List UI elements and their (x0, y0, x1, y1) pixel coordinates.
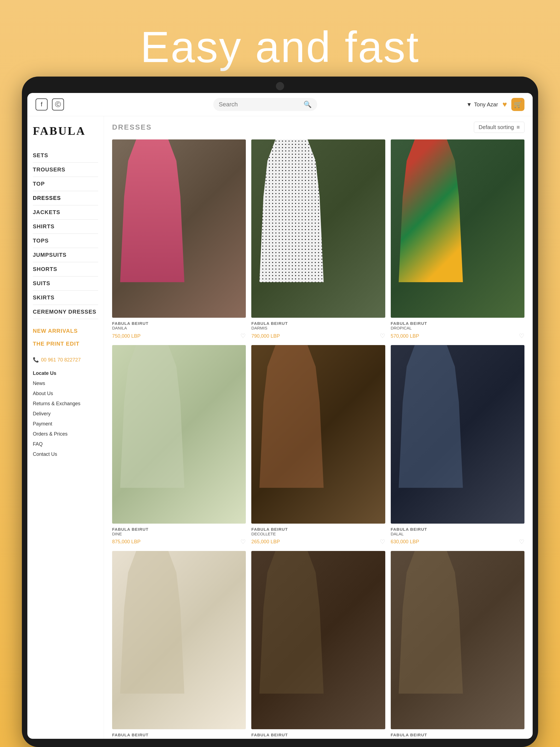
product-footer-darmis: 790,000 LBP ♡ (251, 333, 385, 340)
sidebar-link-locate[interactable]: Locate Us (33, 368, 98, 379)
product-brand-row3c: FABULA BEIRUT (391, 732, 525, 737)
tablet-screen: f Ⓒ 🔍 ▼ Tony Azar ♥ 🛒 FAB (27, 93, 533, 739)
sidebar-item-top[interactable]: TOP (33, 177, 98, 191)
sidebar-link-news[interactable]: News (33, 379, 98, 389)
product-name-darmis: DARMIS (251, 326, 385, 330)
category-title: DRESSES (112, 123, 152, 131)
product-price-decollete: 265,000 LBP (251, 539, 280, 545)
product-card-dine[interactable]: FABULA BEIRUT DINE 875,000 LBP ♡ (112, 345, 246, 545)
top-bar: f Ⓒ 🔍 ▼ Tony Azar ♥ 🛒 (27, 93, 533, 116)
products-area: DRESSES Default sorting ≡ FABULA BEIRUT … (104, 116, 533, 739)
sidebar-link-payment[interactable]: Payment (33, 419, 98, 429)
user-name: Tony Azar (474, 101, 498, 108)
sidebar-item-new-arrivals[interactable]: NEW ARRIVALS (33, 325, 98, 337)
cart-icon[interactable]: 🛒 (511, 98, 525, 111)
phone-icon: 📞 (33, 357, 39, 363)
sidebar-link-contact[interactable]: Contact Us (33, 449, 98, 459)
wishlist-danila[interactable]: ♡ (240, 333, 246, 340)
product-brand-row3a: FABULA BEIRUT (112, 732, 246, 737)
sidebar-link-about[interactable]: About Us (33, 389, 98, 398)
sidebar-item-jackets[interactable]: JACKETS (33, 205, 98, 220)
search-bar[interactable]: 🔍 (213, 98, 317, 111)
product-name-decollete: DECOLLETE (251, 532, 385, 536)
product-footer-dropical: 570,000 LBP ♡ (391, 333, 525, 340)
product-price-danila: 750,000 LBP (112, 333, 141, 339)
sidebar-item-shirts[interactable]: SHIRTS (33, 220, 98, 234)
main-content: FABULA SETS TROUSERS TOP DRESSES JACKETS… (27, 116, 533, 739)
product-brand-row3b: FABULA BEIRUT (251, 732, 385, 737)
tablet-frame: f Ⓒ 🔍 ▼ Tony Azar ♥ 🛒 FAB (22, 77, 538, 747)
product-price-darmis: 790,000 LBP (251, 333, 280, 339)
product-card-decollete[interactable]: FABULA BEIRUT DECOLLETE 265,000 LBP ♡ (251, 345, 385, 545)
sidebar-item-suits[interactable]: SUITS (33, 277, 98, 291)
sidebar-item-print-edit[interactable]: THE PRINT EDIT (33, 337, 98, 350)
wishlist-dropical[interactable]: ♡ (519, 333, 525, 340)
product-footer-dalal: 630,000 LBP ♡ (391, 538, 525, 545)
product-image-danila (112, 139, 246, 318)
wishlist-dalal[interactable]: ♡ (519, 538, 525, 545)
dropdown-arrow: ▼ (466, 101, 472, 108)
sidebar: FABULA SETS TROUSERS TOP DRESSES JACKETS… (27, 116, 104, 739)
wishlist-dine[interactable]: ♡ (240, 538, 246, 545)
sidebar-link-returns[interactable]: Returns & Exchanges (33, 398, 98, 409)
product-brand-dine: FABULA BEIRUT (112, 527, 246, 532)
wishlist-decollete[interactable]: ♡ (380, 538, 385, 545)
sidebar-phone[interactable]: 📞 00 961 70 822727 (33, 357, 98, 363)
product-grid: FABULA BEIRUT DANILA 750,000 LBP ♡ FABUL… (112, 139, 525, 739)
product-card-dropical[interactable]: FABULA BEIRUT DROPICAL 570,000 LBP ♡ (391, 139, 525, 340)
search-input[interactable] (219, 101, 301, 108)
product-price-dropical: 570,000 LBP (391, 333, 419, 339)
product-name-dine: DINE (112, 532, 246, 536)
product-brand-dropical: FABULA BEIRUT (391, 321, 525, 326)
sort-label: Default sorting (479, 124, 514, 130)
sidebar-item-shorts[interactable]: SHORTS (33, 262, 98, 277)
facebook-icon[interactable]: f (35, 98, 48, 110)
product-brand-dalal: FABULA BEIRUT (391, 527, 525, 532)
product-footer-dine: 875,000 LBP ♡ (112, 538, 246, 545)
product-brand-decollete: FABULA BEIRUT (251, 527, 385, 532)
product-image-dalal (391, 345, 525, 523)
product-brand-danila: FABULA BEIRUT (112, 321, 246, 326)
product-image-row3c (391, 551, 525, 729)
sidebar-link-delivery[interactable]: Delivery (33, 409, 98, 419)
product-card-danila[interactable]: FABULA BEIRUT DANILA 750,000 LBP ♡ (112, 139, 246, 340)
sidebar-item-dresses[interactable]: DRESSES (33, 191, 98, 205)
sidebar-item-trousers[interactable]: TROUSERS (33, 163, 98, 177)
sidebar-link-faq[interactable]: FAQ (33, 439, 98, 449)
wishlist-icon[interactable]: ♥ (502, 100, 507, 109)
product-brand-darmis: FABULA BEIRUT (251, 321, 385, 326)
sort-button[interactable]: Default sorting ≡ (474, 122, 525, 133)
product-image-decollete (251, 345, 385, 523)
wishlist-darmis[interactable]: ♡ (380, 333, 385, 340)
product-image-row3b (251, 551, 385, 729)
product-price-dine: 875,000 LBP (112, 539, 141, 545)
sidebar-item-sets[interactable]: SETS (33, 149, 98, 163)
logo[interactable]: FABULA (33, 124, 98, 137)
hero-title: Easy and fast (0, 22, 560, 72)
product-footer-decollete: 265,000 LBP ♡ (251, 538, 385, 545)
search-icon: 🔍 (304, 101, 312, 108)
sidebar-special: NEW ARRIVALS THE PRINT EDIT (33, 325, 98, 350)
sidebar-nav: SETS TROUSERS TOP DRESSES JACKETS SHIRTS… (33, 149, 98, 319)
product-card-row3c[interactable]: FABULA BEIRUT (391, 551, 525, 739)
product-card-dalal[interactable]: FABULA BEIRUT DALAL 630,000 LBP ♡ (391, 345, 525, 545)
product-name-dropical: DROPICAL (391, 326, 525, 330)
sidebar-link-orders[interactable]: Orders & Prices (33, 429, 98, 439)
product-card-darmis[interactable]: FABULA BEIRUT DARMIS 790,000 LBP ♡ (251, 139, 385, 340)
sidebar-links: Locate Us News About Us Returns & Exchan… (33, 368, 98, 459)
product-footer-danila: 750,000 LBP ♡ (112, 333, 246, 340)
product-image-darmis (251, 139, 385, 318)
social-icons: f Ⓒ (35, 98, 64, 110)
product-card-row3a[interactable]: FABULA BEIRUT (112, 551, 246, 739)
sidebar-item-tops[interactable]: TOPS (33, 234, 98, 248)
products-header: DRESSES Default sorting ≡ (112, 122, 525, 133)
product-card-row3b[interactable]: FABULA BEIRUT (251, 551, 385, 739)
user-dropdown[interactable]: ▼ Tony Azar (466, 101, 498, 108)
sidebar-item-skirts[interactable]: SKIRTS (33, 291, 98, 305)
sidebar-item-jumpsuits[interactable]: JUMPSUITS (33, 248, 98, 262)
sidebar-item-ceremony-dresses[interactable]: CEREMONY DRESSES (33, 305, 98, 319)
sort-icon: ≡ (516, 124, 520, 130)
instagram-icon[interactable]: Ⓒ (52, 98, 64, 110)
product-name-dalal: DALAL (391, 532, 525, 536)
cart-bag-icon: 🛒 (514, 101, 522, 108)
